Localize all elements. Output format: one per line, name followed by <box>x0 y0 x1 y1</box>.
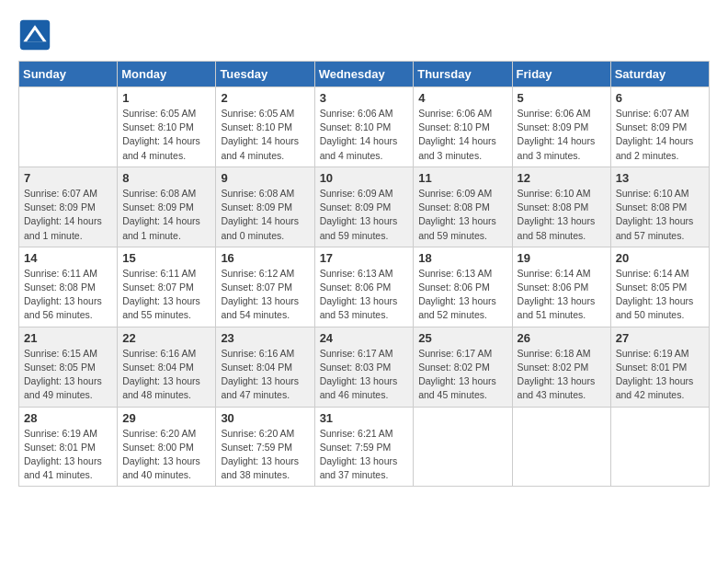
day-number: 7 <box>24 171 112 185</box>
day-info: Sunrise: 6:05 AMSunset: 8:10 PMDaylight:… <box>122 107 210 163</box>
day-number: 9 <box>221 171 309 185</box>
calendar-week-row: 28Sunrise: 6:19 AMSunset: 8:01 PMDayligh… <box>19 407 710 487</box>
day-number: 18 <box>418 251 506 265</box>
calendar-cell: 1Sunrise: 6:05 AMSunset: 8:10 PMDaylight… <box>118 87 216 167</box>
day-info: Sunrise: 6:06 AMSunset: 8:09 PMDaylight:… <box>518 107 606 163</box>
day-info: Sunrise: 6:08 AMSunset: 8:09 PMDaylight:… <box>122 187 210 243</box>
calendar-cell: 18Sunrise: 6:13 AMSunset: 8:06 PMDayligh… <box>414 247 512 327</box>
calendar-cell: 30Sunrise: 6:20 AMSunset: 7:59 PMDayligh… <box>216 407 314 487</box>
calendar-cell: 11Sunrise: 6:09 AMSunset: 8:08 PMDayligh… <box>414 167 512 247</box>
calendar-cell: 8Sunrise: 6:08 AMSunset: 8:09 PMDaylight… <box>118 167 216 247</box>
calendar-day-header: Tuesday <box>216 62 314 87</box>
calendar-cell: 27Sunrise: 6:19 AMSunset: 8:01 PMDayligh… <box>610 327 709 407</box>
calendar-cell: 2Sunrise: 6:05 AMSunset: 8:10 PMDaylight… <box>216 87 314 167</box>
day-info: Sunrise: 6:13 AMSunset: 8:06 PMDaylight:… <box>320 267 409 323</box>
day-number: 11 <box>418 171 506 185</box>
day-number: 19 <box>518 251 606 265</box>
calendar-header-row: SundayMondayTuesdayWednesdayThursdayFrid… <box>19 62 710 87</box>
day-info: Sunrise: 6:18 AMSunset: 8:02 PMDaylight:… <box>518 347 606 403</box>
day-number: 12 <box>518 171 606 185</box>
calendar-cell <box>512 407 610 487</box>
logo <box>18 18 55 52</box>
calendar-cell <box>414 407 512 487</box>
day-info: Sunrise: 6:08 AMSunset: 8:09 PMDaylight:… <box>221 187 309 243</box>
day-info: Sunrise: 6:19 AMSunset: 8:01 PMDaylight:… <box>616 347 704 403</box>
day-info: Sunrise: 6:15 AMSunset: 8:05 PMDaylight:… <box>24 347 112 403</box>
day-number: 24 <box>320 331 409 345</box>
calendar-day-header: Monday <box>118 62 216 87</box>
day-number: 30 <box>221 411 309 425</box>
day-info: Sunrise: 6:09 AMSunset: 8:09 PMDaylight:… <box>320 187 409 243</box>
logo-icon <box>18 18 51 52</box>
calendar-week-row: 14Sunrise: 6:11 AMSunset: 8:08 PMDayligh… <box>19 247 710 327</box>
calendar-cell: 19Sunrise: 6:14 AMSunset: 8:06 PMDayligh… <box>512 247 610 327</box>
day-info: Sunrise: 6:14 AMSunset: 8:06 PMDaylight:… <box>518 267 606 323</box>
day-number: 31 <box>320 411 409 425</box>
day-info: Sunrise: 6:05 AMSunset: 8:10 PMDaylight:… <box>221 107 309 163</box>
day-number: 29 <box>122 411 210 425</box>
day-info: Sunrise: 6:19 AMSunset: 8:01 PMDaylight:… <box>24 427 112 483</box>
day-number: 16 <box>221 251 309 265</box>
calendar-day-header: Friday <box>512 62 610 87</box>
calendar-cell: 26Sunrise: 6:18 AMSunset: 8:02 PMDayligh… <box>512 327 610 407</box>
day-info: Sunrise: 6:11 AMSunset: 8:08 PMDaylight:… <box>24 267 112 323</box>
calendar-cell <box>610 407 709 487</box>
day-number: 1 <box>122 91 210 105</box>
day-info: Sunrise: 6:17 AMSunset: 8:03 PMDaylight:… <box>320 347 409 403</box>
calendar-cell: 4Sunrise: 6:06 AMSunset: 8:10 PMDaylight… <box>414 87 512 167</box>
calendar-cell: 31Sunrise: 6:21 AMSunset: 7:59 PMDayligh… <box>314 407 414 487</box>
day-number: 3 <box>320 91 409 105</box>
day-number: 2 <box>221 91 309 105</box>
calendar-cell: 24Sunrise: 6:17 AMSunset: 8:03 PMDayligh… <box>314 327 414 407</box>
calendar-cell: 9Sunrise: 6:08 AMSunset: 8:09 PMDaylight… <box>216 167 314 247</box>
day-info: Sunrise: 6:14 AMSunset: 8:05 PMDaylight:… <box>616 267 704 323</box>
calendar-cell: 22Sunrise: 6:16 AMSunset: 8:04 PMDayligh… <box>118 327 216 407</box>
day-number: 28 <box>24 411 112 425</box>
calendar-day-header: Sunday <box>19 62 118 87</box>
day-number: 8 <box>122 171 210 185</box>
day-number: 26 <box>518 331 606 345</box>
day-info: Sunrise: 6:20 AMSunset: 7:59 PMDaylight:… <box>221 427 309 483</box>
calendar-week-row: 7Sunrise: 6:07 AMSunset: 8:09 PMDaylight… <box>19 167 710 247</box>
calendar-week-row: 21Sunrise: 6:15 AMSunset: 8:05 PMDayligh… <box>19 327 710 407</box>
calendar-cell: 17Sunrise: 6:13 AMSunset: 8:06 PMDayligh… <box>314 247 414 327</box>
day-info: Sunrise: 6:07 AMSunset: 8:09 PMDaylight:… <box>24 187 112 243</box>
day-info: Sunrise: 6:13 AMSunset: 8:06 PMDaylight:… <box>418 267 506 323</box>
day-number: 22 <box>122 331 210 345</box>
calendar-day-header: Wednesday <box>314 62 414 87</box>
calendar-cell: 16Sunrise: 6:12 AMSunset: 8:07 PMDayligh… <box>216 247 314 327</box>
calendar-cell: 12Sunrise: 6:10 AMSunset: 8:08 PMDayligh… <box>512 167 610 247</box>
calendar-table: SundayMondayTuesdayWednesdayThursdayFrid… <box>18 61 710 487</box>
calendar-day-header: Saturday <box>610 62 709 87</box>
calendar-cell: 21Sunrise: 6:15 AMSunset: 8:05 PMDayligh… <box>19 327 118 407</box>
page-header <box>18 18 710 52</box>
day-number: 21 <box>24 331 112 345</box>
day-info: Sunrise: 6:06 AMSunset: 8:10 PMDaylight:… <box>418 107 506 163</box>
calendar-cell: 15Sunrise: 6:11 AMSunset: 8:07 PMDayligh… <box>118 247 216 327</box>
day-info: Sunrise: 6:20 AMSunset: 8:00 PMDaylight:… <box>122 427 210 483</box>
day-number: 23 <box>221 331 309 345</box>
day-info: Sunrise: 6:10 AMSunset: 8:08 PMDaylight:… <box>518 187 606 243</box>
day-number: 6 <box>616 91 704 105</box>
calendar-cell: 29Sunrise: 6:20 AMSunset: 8:00 PMDayligh… <box>118 407 216 487</box>
day-info: Sunrise: 6:17 AMSunset: 8:02 PMDaylight:… <box>418 347 506 403</box>
calendar-day-header: Thursday <box>414 62 512 87</box>
day-number: 20 <box>616 251 704 265</box>
day-number: 17 <box>320 251 409 265</box>
day-info: Sunrise: 6:16 AMSunset: 8:04 PMDaylight:… <box>122 347 210 403</box>
day-info: Sunrise: 6:16 AMSunset: 8:04 PMDaylight:… <box>221 347 309 403</box>
calendar-cell: 6Sunrise: 6:07 AMSunset: 8:09 PMDaylight… <box>610 87 709 167</box>
calendar-cell: 28Sunrise: 6:19 AMSunset: 8:01 PMDayligh… <box>19 407 118 487</box>
calendar-cell: 3Sunrise: 6:06 AMSunset: 8:10 PMDaylight… <box>314 87 414 167</box>
calendar-cell: 20Sunrise: 6:14 AMSunset: 8:05 PMDayligh… <box>610 247 709 327</box>
day-info: Sunrise: 6:10 AMSunset: 8:08 PMDaylight:… <box>616 187 704 243</box>
day-number: 14 <box>24 251 112 265</box>
calendar-cell: 14Sunrise: 6:11 AMSunset: 8:08 PMDayligh… <box>19 247 118 327</box>
calendar-cell: 5Sunrise: 6:06 AMSunset: 8:09 PMDaylight… <box>512 87 610 167</box>
day-info: Sunrise: 6:06 AMSunset: 8:10 PMDaylight:… <box>320 107 409 163</box>
day-info: Sunrise: 6:12 AMSunset: 8:07 PMDaylight:… <box>221 267 309 323</box>
day-number: 5 <box>518 91 606 105</box>
calendar-cell: 25Sunrise: 6:17 AMSunset: 8:02 PMDayligh… <box>414 327 512 407</box>
day-number: 4 <box>418 91 506 105</box>
day-number: 27 <box>616 331 704 345</box>
